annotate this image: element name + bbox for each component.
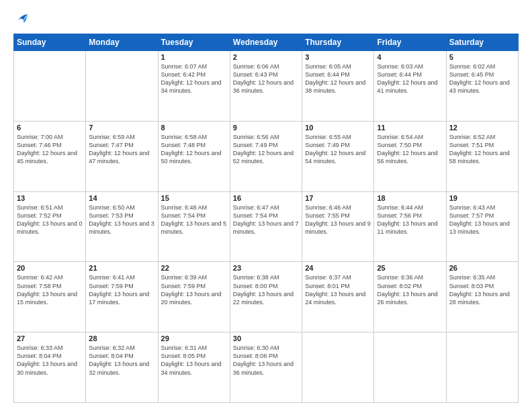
day-number: 17: [305, 194, 371, 202]
calendar-cell: [374, 332, 446, 403]
day-number: 10: [305, 124, 371, 132]
cell-info: Sunrise: 6:46 AM Sunset: 7:55 PM Dayligh…: [305, 203, 371, 236]
cell-info: Sunrise: 6:31 AM Sunset: 8:05 PM Dayligh…: [161, 344, 227, 377]
cell-info: Sunrise: 6:48 AM Sunset: 7:54 PM Dayligh…: [161, 203, 227, 236]
day-number: 15: [161, 194, 227, 202]
cell-info: Sunrise: 6:41 AM Sunset: 7:59 PM Dayligh…: [89, 273, 154, 306]
day-number: 1: [161, 53, 227, 61]
day-number: 9: [233, 124, 299, 132]
calendar-cell: [14, 51, 86, 122]
cell-info: Sunrise: 6:47 AM Sunset: 7:54 PM Dayligh…: [233, 203, 299, 236]
cell-info: Sunrise: 7:00 AM Sunset: 7:46 PM Dayligh…: [17, 133, 83, 166]
cell-info: Sunrise: 6:33 AM Sunset: 8:04 PM Dayligh…: [17, 344, 83, 377]
day-number: 25: [377, 264, 443, 272]
weekday-header-thursday: Thursday: [302, 34, 374, 51]
cell-info: Sunrise: 6:42 AM Sunset: 7:58 PM Dayligh…: [17, 273, 83, 306]
day-number: 19: [449, 194, 515, 202]
calendar-cell: 12Sunrise: 6:52 AM Sunset: 7:51 PM Dayli…: [446, 121, 518, 191]
day-number: 8: [161, 124, 227, 132]
day-number: 28: [89, 334, 154, 342]
day-number: 11: [377, 124, 443, 132]
day-number: 24: [305, 264, 371, 272]
calendar-week-row: 13Sunrise: 6:51 AM Sunset: 7:52 PM Dayli…: [14, 191, 519, 262]
cell-info: Sunrise: 6:05 AM Sunset: 6:44 PM Dayligh…: [305, 62, 371, 95]
cell-info: Sunrise: 6:58 AM Sunset: 7:48 PM Dayligh…: [161, 133, 227, 166]
cell-info: Sunrise: 6:32 AM Sunset: 8:04 PM Dayligh…: [89, 344, 154, 377]
day-number: 13: [17, 194, 83, 202]
calendar-cell: 20Sunrise: 6:42 AM Sunset: 7:58 PM Dayli…: [14, 262, 86, 332]
day-number: 2: [233, 53, 299, 61]
calendar-cell: 3Sunrise: 6:05 AM Sunset: 6:44 PM Daylig…: [302, 51, 374, 122]
weekday-header-saturday: Saturday: [446, 34, 518, 51]
calendar-cell: 17Sunrise: 6:46 AM Sunset: 7:55 PM Dayli…: [302, 191, 374, 262]
calendar-cell: 5Sunrise: 6:02 AM Sunset: 6:45 PM Daylig…: [446, 51, 518, 122]
day-number: 29: [161, 334, 227, 342]
calendar-cell: 27Sunrise: 6:33 AM Sunset: 8:04 PM Dayli…: [14, 332, 86, 403]
day-number: 3: [305, 53, 371, 61]
calendar-cell: 14Sunrise: 6:50 AM Sunset: 7:53 PM Dayli…: [86, 191, 158, 262]
cell-info: Sunrise: 6:30 AM Sunset: 8:06 PM Dayligh…: [233, 344, 299, 377]
cell-info: Sunrise: 6:56 AM Sunset: 7:49 PM Dayligh…: [233, 133, 299, 166]
calendar-cell: 22Sunrise: 6:39 AM Sunset: 7:59 PM Dayli…: [158, 262, 230, 332]
calendar-week-row: 1Sunrise: 6:07 AM Sunset: 6:42 PM Daylig…: [14, 51, 519, 122]
calendar-cell: [86, 51, 158, 122]
day-number: 7: [89, 124, 154, 132]
calendar-cell: 7Sunrise: 6:59 AM Sunset: 7:47 PM Daylig…: [86, 121, 158, 191]
calendar-cell: 9Sunrise: 6:56 AM Sunset: 7:49 PM Daylig…: [230, 121, 302, 191]
cell-info: Sunrise: 6:03 AM Sunset: 6:44 PM Dayligh…: [377, 62, 443, 95]
calendar-cell: 1Sunrise: 6:07 AM Sunset: 6:42 PM Daylig…: [158, 51, 230, 122]
cell-info: Sunrise: 6:37 AM Sunset: 8:01 PM Dayligh…: [305, 273, 371, 306]
calendar-cell: 11Sunrise: 6:54 AM Sunset: 7:50 PM Dayli…: [374, 121, 446, 191]
calendar-week-row: 20Sunrise: 6:42 AM Sunset: 7:58 PM Dayli…: [14, 262, 519, 332]
cell-info: Sunrise: 6:55 AM Sunset: 7:49 PM Dayligh…: [305, 133, 371, 166]
weekday-header-friday: Friday: [374, 34, 446, 51]
day-number: 12: [449, 124, 515, 132]
cell-info: Sunrise: 6:38 AM Sunset: 8:00 PM Dayligh…: [233, 273, 299, 306]
day-number: 16: [233, 194, 299, 202]
header: [13, 12, 519, 27]
cell-info: Sunrise: 6:07 AM Sunset: 6:42 PM Dayligh…: [161, 62, 227, 95]
day-number: 30: [233, 334, 299, 342]
day-number: 26: [449, 264, 515, 272]
calendar-week-row: 27Sunrise: 6:33 AM Sunset: 8:04 PM Dayli…: [14, 332, 519, 403]
cell-info: Sunrise: 6:39 AM Sunset: 7:59 PM Dayligh…: [161, 273, 227, 306]
calendar-cell: 29Sunrise: 6:31 AM Sunset: 8:05 PM Dayli…: [158, 332, 230, 403]
day-number: 27: [17, 334, 83, 342]
calendar-cell: 24Sunrise: 6:37 AM Sunset: 8:01 PM Dayli…: [302, 262, 374, 332]
cell-info: Sunrise: 6:02 AM Sunset: 6:45 PM Dayligh…: [449, 62, 515, 95]
day-number: 20: [17, 264, 83, 272]
day-number: 18: [377, 194, 443, 202]
calendar-table: SundayMondayTuesdayWednesdayThursdayFrid…: [13, 34, 519, 403]
calendar-cell: 10Sunrise: 6:55 AM Sunset: 7:49 PM Dayli…: [302, 121, 374, 191]
cell-info: Sunrise: 6:43 AM Sunset: 7:57 PM Dayligh…: [449, 203, 515, 236]
calendar-cell: 26Sunrise: 6:35 AM Sunset: 8:03 PM Dayli…: [446, 262, 518, 332]
calendar-cell: 30Sunrise: 6:30 AM Sunset: 8:06 PM Dayli…: [230, 332, 302, 403]
calendar-week-row: 6Sunrise: 7:00 AM Sunset: 7:46 PM Daylig…: [14, 121, 519, 191]
weekday-header-monday: Monday: [86, 34, 158, 51]
calendar-cell: 16Sunrise: 6:47 AM Sunset: 7:54 PM Dayli…: [230, 191, 302, 262]
calendar-cell: 2Sunrise: 6:06 AM Sunset: 6:43 PM Daylig…: [230, 51, 302, 122]
calendar-cell: 18Sunrise: 6:44 AM Sunset: 7:56 PM Dayli…: [374, 191, 446, 262]
cell-info: Sunrise: 6:44 AM Sunset: 7:56 PM Dayligh…: [377, 203, 443, 236]
day-number: 23: [233, 264, 299, 272]
cell-info: Sunrise: 6:35 AM Sunset: 8:03 PM Dayligh…: [449, 273, 515, 306]
cell-info: Sunrise: 6:06 AM Sunset: 6:43 PM Dayligh…: [233, 62, 299, 95]
calendar-cell: 21Sunrise: 6:41 AM Sunset: 7:59 PM Dayli…: [86, 262, 158, 332]
calendar-cell: 23Sunrise: 6:38 AM Sunset: 8:00 PM Dayli…: [230, 262, 302, 332]
calendar-cell: 13Sunrise: 6:51 AM Sunset: 7:52 PM Dayli…: [14, 191, 86, 262]
calendar-cell: 25Sunrise: 6:36 AM Sunset: 8:02 PM Dayli…: [374, 262, 446, 332]
page: SundayMondayTuesdayWednesdayThursdayFrid…: [0, 0, 532, 411]
day-number: 21: [89, 264, 154, 272]
calendar-cell: [302, 332, 374, 403]
day-number: 5: [449, 53, 515, 61]
weekday-header-tuesday: Tuesday: [158, 34, 230, 51]
calendar-cell: 8Sunrise: 6:58 AM Sunset: 7:48 PM Daylig…: [158, 121, 230, 191]
calendar-cell: 4Sunrise: 6:03 AM Sunset: 6:44 PM Daylig…: [374, 51, 446, 122]
logo: [13, 12, 30, 27]
day-number: 14: [89, 194, 154, 202]
calendar-cell: 28Sunrise: 6:32 AM Sunset: 8:04 PM Dayli…: [86, 332, 158, 403]
calendar-cell: 6Sunrise: 7:00 AM Sunset: 7:46 PM Daylig…: [14, 121, 86, 191]
day-number: 6: [17, 124, 83, 132]
calendar-cell: [446, 332, 518, 403]
weekday-header-wednesday: Wednesday: [230, 34, 302, 51]
